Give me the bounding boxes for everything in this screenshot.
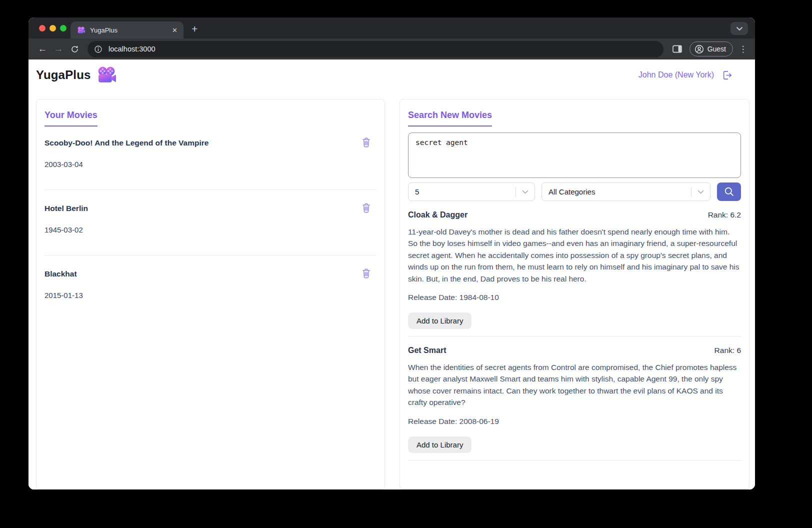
list-item: Blackhat bbox=[44, 268, 376, 320]
close-window-button[interactable] bbox=[39, 25, 46, 32]
tab-favicon-camera-icon bbox=[77, 26, 86, 34]
user-name-label: John Doe (New York) bbox=[638, 70, 714, 80]
delete-movie-button[interactable] bbox=[362, 202, 371, 213]
result-release-date: Release Date: 1984-08-10 bbox=[408, 293, 741, 302]
results-limit-value: 5 bbox=[415, 188, 516, 196]
chevron-down-icon bbox=[516, 190, 534, 194]
movie-release-date: 2003-03-04 bbox=[44, 160, 376, 168]
result-title: Get Smart bbox=[408, 346, 446, 355]
result-title: Cloak & Dagger bbox=[408, 210, 468, 220]
side-panel-button[interactable] bbox=[670, 42, 684, 56]
result-release-date: Release Date: 2008-06-19 bbox=[408, 417, 741, 426]
main-area: Your Movies Scooby-Doo! And the Legend o… bbox=[28, 90, 755, 490]
browser-window: YugaPlus ✕ + ← → bbox=[28, 18, 755, 490]
guest-avatar-icon bbox=[694, 44, 704, 54]
logout-button[interactable] bbox=[722, 70, 733, 81]
search-result: Cloak & Dagger Rank: 6.2 11-year-old Dav… bbox=[408, 201, 741, 336]
forward-button[interactable]: → bbox=[52, 42, 66, 56]
trash-icon bbox=[362, 137, 371, 148]
delete-movie-button[interactable] bbox=[362, 268, 371, 278]
tab-search-button[interactable] bbox=[730, 22, 748, 35]
search-results: Cloak & Dagger Rank: 6.2 11-year-old Dav… bbox=[408, 201, 741, 460]
minimize-window-button[interactable] bbox=[50, 25, 56, 32]
app-header: YugaPlus bbox=[28, 60, 755, 90]
profile-button[interactable]: Guest bbox=[690, 42, 733, 56]
app-title: YugaPlus bbox=[36, 68, 91, 82]
movie-camera-logo-icon bbox=[96, 66, 117, 84]
result-rank: Rank: 6 bbox=[714, 346, 741, 355]
your-movies-panel: Your Movies Scooby-Doo! And the Legend o… bbox=[36, 99, 385, 490]
movie-title: Blackhat bbox=[44, 268, 77, 278]
movie-list: Scooby-Doo! And the Legend of the Vampir… bbox=[44, 137, 376, 320]
browser-toolbar: ← → localhost:3000 bbox=[28, 38, 755, 60]
your-movies-heading: Your Movies bbox=[44, 110, 98, 126]
search-panel: Search New Movies secret agent 5 All Cat… bbox=[400, 99, 750, 490]
traffic-lights bbox=[39, 25, 66, 32]
tab-strip: YugaPlus ✕ + bbox=[28, 18, 755, 38]
tab-close-icon[interactable]: ✕ bbox=[172, 27, 178, 34]
chevron-down-icon bbox=[736, 27, 742, 30]
page-content: YugaPlus bbox=[28, 60, 755, 490]
address-bar[interactable]: localhost:3000 bbox=[88, 41, 664, 58]
zoom-window-button[interactable] bbox=[60, 25, 66, 32]
search-icon bbox=[724, 186, 734, 197]
search-result: Get Smart Rank: 6 When the identities of… bbox=[408, 336, 741, 460]
category-value: All Categories bbox=[548, 188, 691, 196]
delete-movie-button[interactable] bbox=[362, 137, 371, 148]
trash-icon bbox=[362, 268, 371, 278]
add-to-library-button[interactable]: Add to Library bbox=[408, 436, 472, 453]
tab-yugaplus[interactable]: YugaPlus ✕ bbox=[70, 22, 184, 38]
header-right: John Doe (New York) bbox=[638, 70, 733, 81]
logout-icon bbox=[722, 70, 733, 81]
search-heading: Search New Movies bbox=[408, 110, 492, 126]
list-item: Hotel Berlin bbox=[44, 202, 376, 256]
result-rank: Rank: 6.2 bbox=[708, 210, 741, 220]
chevron-down-icon bbox=[692, 190, 710, 194]
movie-title: Hotel Berlin bbox=[44, 202, 88, 213]
category-select[interactable]: All Categories bbox=[542, 182, 710, 201]
brand: YugaPlus bbox=[36, 66, 117, 84]
result-description: 11-year-old Davey's mother is dead and h… bbox=[408, 226, 741, 284]
search-query-input[interactable]: secret agent bbox=[408, 132, 741, 178]
url-text: localhost:3000 bbox=[108, 45, 156, 53]
tab-title: YugaPlus bbox=[90, 26, 168, 34]
result-description: When the identities of secret agents fro… bbox=[408, 362, 741, 408]
reload-icon bbox=[70, 45, 79, 54]
reload-button[interactable] bbox=[68, 42, 82, 56]
new-tab-button[interactable]: + bbox=[192, 24, 198, 34]
browser-menu-button[interactable]: ⋮ bbox=[738, 44, 748, 54]
search-controls: 5 All Categories bbox=[408, 182, 741, 201]
side-panel-icon bbox=[672, 45, 682, 53]
movie-title: Scooby-Doo! And the Legend of the Vampir… bbox=[44, 137, 208, 148]
guest-label: Guest bbox=[708, 45, 726, 53]
trash-icon bbox=[362, 202, 371, 213]
movie-release-date: 1945-03-02 bbox=[44, 226, 376, 234]
add-to-library-button[interactable]: Add to Library bbox=[408, 312, 472, 329]
movie-release-date: 2015-01-13 bbox=[44, 291, 376, 300]
site-info-icon[interactable] bbox=[92, 43, 104, 55]
search-button[interactable] bbox=[717, 182, 741, 201]
results-limit-select[interactable]: 5 bbox=[408, 182, 535, 201]
back-button[interactable]: ← bbox=[36, 42, 50, 56]
list-item: Scooby-Doo! And the Legend of the Vampir… bbox=[44, 137, 376, 190]
